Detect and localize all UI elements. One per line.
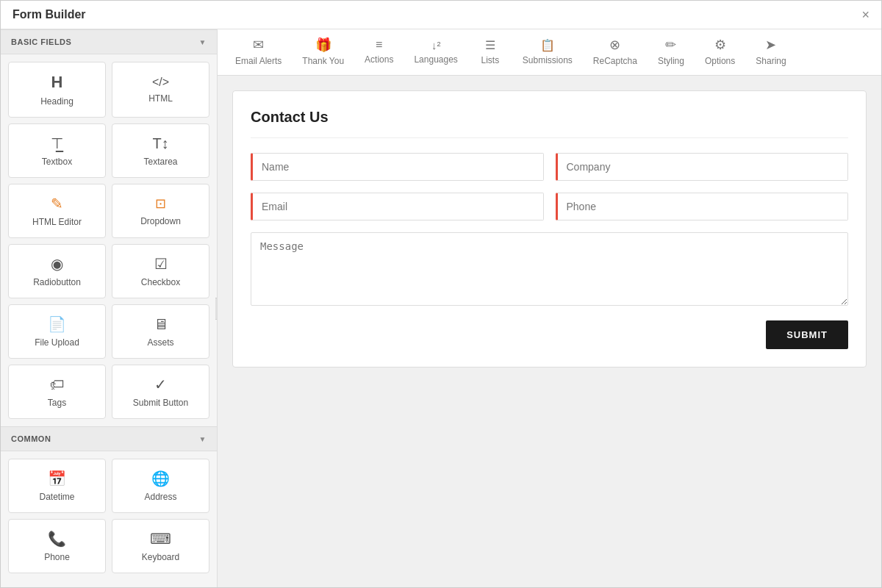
sidebar: BASIC FIELDS ▼ H Heading </> HTML ⊤̲ Tex…: [1, 29, 218, 587]
submit-button[interactable]: SUBMIT: [766, 320, 848, 349]
tab-sharing-label: Sharing: [756, 56, 786, 66]
message-field[interactable]: [251, 232, 848, 306]
styling-icon: ✏: [665, 37, 676, 53]
email-field[interactable]: [251, 193, 544, 220]
actions-icon: ≡: [376, 38, 382, 51]
phone-label: Phone: [44, 552, 70, 562]
common-fields-header: COMMON ▼: [1, 426, 217, 451]
lists-icon: ☰: [485, 38, 495, 52]
tab-options[interactable]: ⚙ Options: [695, 29, 745, 75]
checkbox-icon: ☑: [154, 255, 168, 273]
assets-label: Assets: [147, 337, 173, 348]
submissions-icon: 📋: [540, 38, 555, 52]
file-upload-label: File Upload: [35, 337, 79, 348]
field-textbox[interactable]: ⊤̲ Textbox: [8, 123, 106, 178]
field-file-upload[interactable]: 📄 File Upload: [8, 304, 106, 359]
common-fields-grid: 📅 Datetime 🌐 Address 📞 Phone ⌨ Keyboard: [1, 451, 217, 581]
textarea-label: Textarea: [143, 157, 177, 167]
tab-lists[interactable]: ☰ Lists: [468, 29, 512, 75]
dropdown-icon: ⊡: [155, 196, 166, 212]
thank-you-icon: 🎁: [315, 37, 331, 53]
field-html-editor[interactable]: ✎ HTML Editor: [8, 184, 106, 238]
checkbox-label: Checkbox: [141, 277, 180, 287]
submit-button-icon: ✓: [154, 376, 167, 393]
tab-actions-label: Actions: [365, 54, 393, 65]
close-button[interactable]: ×: [861, 8, 870, 21]
field-tags[interactable]: 🏷 Tags: [8, 365, 106, 419]
tab-sharing[interactable]: ➤ Sharing: [745, 29, 796, 75]
tab-thank-you-label: Thank You: [302, 56, 344, 66]
submit-button-label: Submit Button: [133, 398, 188, 408]
textbox-label: Textbox: [42, 157, 72, 167]
submit-row: SUBMIT: [251, 320, 848, 349]
assets-icon: 🖥: [154, 316, 168, 333]
email-alerts-icon: ✉: [253, 37, 264, 53]
phone-icon: 📞: [48, 530, 66, 548]
radiobutton-label: Radiobutton: [33, 277, 81, 287]
basic-fields-label: BASIC FIELDS: [11, 37, 71, 46]
tab-actions[interactable]: ≡ Actions: [354, 29, 404, 75]
field-radiobutton[interactable]: ◉ Radiobutton: [8, 244, 106, 298]
basic-fields-header: BASIC FIELDS ▼: [1, 29, 217, 54]
tab-recaptcha-label: ReCaptcha: [593, 56, 637, 66]
keyboard-icon: ⌨: [150, 530, 171, 548]
tab-thank-you[interactable]: 🎁 Thank You: [292, 29, 354, 75]
tab-lists-label: Lists: [481, 55, 499, 65]
basic-fields-chevron-icon: ▼: [199, 38, 207, 46]
tab-languages[interactable]: ↓² Languages: [404, 29, 467, 75]
field-keyboard[interactable]: ⌨ Keyboard: [112, 519, 209, 573]
field-assets[interactable]: 🖥 Assets: [112, 304, 209, 359]
languages-icon: ↓²: [431, 39, 441, 51]
html-icon: </>: [152, 76, 169, 89]
tags-label: Tags: [48, 398, 66, 408]
window-title: Form Builder: [12, 8, 86, 21]
field-heading[interactable]: H Heading: [8, 62, 106, 118]
title-bar: Form Builder ×: [1, 1, 881, 29]
sidebar-collapse-handle[interactable]: ‹: [215, 298, 218, 320]
tab-styling-label: Styling: [658, 56, 684, 66]
file-upload-icon: 📄: [48, 315, 66, 333]
tab-languages-label: Languages: [414, 54, 457, 65]
name-field[interactable]: [251, 153, 544, 181]
textarea-icon: T↕: [152, 135, 168, 152]
html-editor-label: HTML Editor: [32, 217, 82, 227]
radiobutton-icon: ◉: [51, 255, 63, 273]
field-dropdown[interactable]: ⊡ Dropdown: [112, 184, 209, 238]
field-datetime[interactable]: 📅 Datetime: [8, 459, 106, 513]
sharing-icon: ➤: [765, 37, 776, 53]
datetime-label: Datetime: [39, 492, 74, 502]
html-editor-icon: ✎: [51, 195, 63, 212]
common-fields-chevron-icon: ▼: [199, 435, 207, 443]
form-area: Contact Us SUBMIT: [218, 76, 881, 587]
field-textarea[interactable]: T↕ Textarea: [112, 123, 209, 178]
datetime-icon: 📅: [48, 470, 66, 487]
textbox-icon: ⊤̲: [51, 135, 63, 152]
common-fields-label: COMMON: [11, 434, 51, 443]
phone-field[interactable]: [556, 193, 849, 220]
field-phone[interactable]: 📞 Phone: [8, 519, 106, 573]
company-field[interactable]: [556, 153, 849, 181]
field-submit-button[interactable]: ✓ Submit Button: [112, 365, 209, 419]
tab-options-label: Options: [705, 56, 735, 66]
form-card: Contact Us SUBMIT: [232, 90, 867, 368]
form-row-1: [251, 153, 848, 181]
address-icon: 🌐: [151, 470, 170, 487]
field-address[interactable]: 🌐 Address: [112, 459, 209, 513]
field-checkbox[interactable]: ☑ Checkbox: [112, 244, 209, 298]
tab-submissions[interactable]: 📋 Submissions: [512, 29, 583, 75]
recaptcha-icon: ⊗: [609, 37, 620, 53]
tab-email-alerts[interactable]: ✉ Email Alerts: [225, 29, 292, 75]
tags-icon: 🏷: [50, 376, 65, 393]
tab-submissions-label: Submissions: [523, 55, 573, 65]
basic-fields-grid: H Heading </> HTML ⊤̲ Textbox T↕ Textare…: [1, 54, 217, 426]
form-row-2: [251, 193, 848, 220]
form-builder-window: Form Builder × BASIC FIELDS ▼ H Heading …: [0, 0, 882, 588]
field-html[interactable]: </> HTML: [112, 62, 209, 118]
tab-recaptcha[interactable]: ⊗ ReCaptcha: [583, 29, 648, 75]
html-label: HTML: [148, 93, 173, 104]
form-title: Contact Us: [251, 109, 848, 138]
tab-email-alerts-label: Email Alerts: [235, 56, 282, 66]
address-label: Address: [144, 492, 176, 502]
tabs-bar: ✉ Email Alerts 🎁 Thank You ≡ Actions ↓² …: [218, 29, 881, 76]
tab-styling[interactable]: ✏ Styling: [648, 29, 695, 75]
